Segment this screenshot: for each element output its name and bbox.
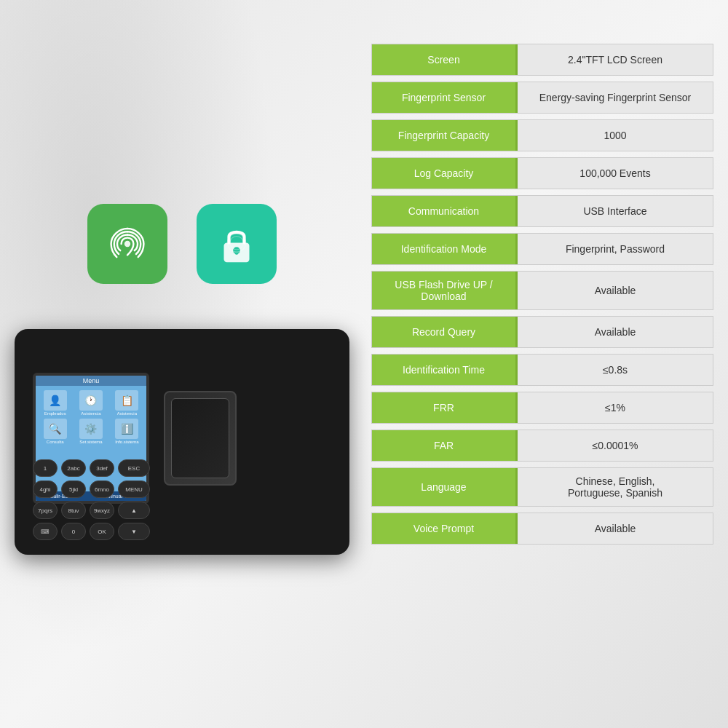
device: Menu 👤 Empleados 🕐 Asistencia 📋 Asistenc…	[15, 329, 349, 555]
spec-value: Available	[518, 513, 713, 544]
svg-rect-3	[235, 250, 238, 255]
spec-value: ≤1%	[518, 392, 713, 423]
key-8[interactable]: 8tuv	[61, 502, 86, 519]
spec-row: LanguageChinese, English,Portuguese, Spa…	[371, 467, 713, 507]
screen-icon: 👤	[44, 390, 67, 411]
key-up[interactable]: ▲	[118, 502, 150, 519]
spec-row: Fingerprint Capacity1000	[371, 119, 713, 151]
key-4[interactable]: 4ghi	[33, 480, 58, 498]
spec-label: FRR	[372, 392, 518, 423]
screen-icon-label: Set.sistema	[79, 440, 102, 444]
feature-icons-row	[87, 204, 277, 293]
screen-icons-grid: 👤 Empleados 🕐 Asistencia 📋 Asistencia 🔍 …	[36, 386, 146, 448]
spec-value: 100,000 Events	[518, 158, 713, 189]
screen-menu-bar: Menu	[36, 376, 146, 386]
screen-icon-label: Asistencia	[117, 411, 137, 416]
spec-label: Fingerprint Capacity	[372, 120, 518, 151]
key-0[interactable]: 0	[61, 523, 86, 540]
key-7[interactable]: 7pqrs	[33, 502, 58, 519]
screen-icon: 📋	[115, 390, 138, 411]
spec-label: Language	[372, 468, 518, 506]
screen-icon-item: 📋 Asistencia	[111, 390, 143, 416]
spec-value: Chinese, English,Portuguese, Spanish	[518, 468, 713, 506]
spec-value: USB Interface	[518, 196, 713, 226]
fingerprint-feature	[87, 204, 167, 293]
fingerprint-scanner	[164, 391, 237, 486]
spec-label: Record Query	[372, 317, 518, 347]
screen-icon: ⚙️	[79, 419, 103, 439]
spec-row: CommunicationUSB Interface	[371, 195, 713, 227]
lock-icon	[211, 218, 262, 269]
spec-label: Communication	[372, 196, 518, 226]
key-esc[interactable]: ESC	[118, 459, 150, 477]
spec-label: Screen	[372, 44, 518, 75]
spec-row: Identification Time≤0.8s	[371, 354, 713, 386]
key-1[interactable]: 1	[33, 459, 58, 477]
key-menu[interactable]: MENU	[118, 480, 150, 498]
spec-row: Screen2.4"TFT LCD Screen	[371, 44, 713, 76]
spec-value: Energy-saving Fingerprint Sensor	[518, 82, 713, 113]
spec-label: Identification Mode	[372, 234, 518, 264]
screen-icon-label: Asistencia	[81, 411, 100, 416]
spec-value: Available	[518, 272, 713, 309]
spec-row: FRR≤1%	[371, 392, 713, 424]
screen-icon-item: 🕐 Asistencia	[74, 390, 107, 416]
password-feature	[197, 204, 277, 293]
spec-label: Identification Time	[372, 355, 518, 385]
left-panel: Menu 👤 Empleados 🕐 Asistencia 📋 Asistenc…	[0, 0, 364, 728]
spec-value: Fingerprint, Password	[518, 234, 713, 264]
keypad-row-3: 7pqrs 8tuv 9wxyz ▲	[33, 502, 150, 519]
spec-label: USB Flash Drive UP / Download	[372, 272, 518, 309]
key-5[interactable]: 5jkl	[61, 480, 86, 498]
specs-panel: Screen2.4"TFT LCD ScreenFingerprint Sens…	[364, 0, 728, 728]
spec-label: Log Capacity	[372, 158, 518, 189]
spec-row: Log Capacity100,000 Events	[371, 157, 713, 189]
spec-row: Voice PromptAvailable	[371, 513, 713, 545]
screen-icon-item: 👤 Empleados	[39, 390, 71, 416]
screen-icon-item: ⚙️ Set.sistema	[74, 419, 107, 444]
fingerprint-icon-box	[87, 204, 167, 284]
key-6[interactable]: 6mno	[90, 480, 114, 498]
screen-icon-label: Info.sistema	[115, 440, 138, 444]
device-keypad: 1 2abc 3def ESC 4ghi 5jkl 6mno MENU 7pqr…	[33, 459, 150, 540]
password-icon-box	[197, 204, 277, 284]
spec-value: ≤0.0001%	[518, 430, 713, 461]
spec-label: Voice Prompt	[372, 513, 518, 544]
spec-value: ≤0.8s	[518, 355, 713, 385]
screen-icon: 🔍	[44, 419, 67, 439]
key-3[interactable]: 3def	[90, 459, 114, 477]
scanner-surface	[171, 398, 229, 478]
spec-label: Fingerprint Sensor	[372, 82, 518, 113]
keypad-row-4: ⌨ 0 OK ▼	[33, 523, 150, 540]
fingerprint-icon	[102, 218, 153, 269]
key-ok[interactable]: OK	[90, 523, 114, 540]
keypad-row-2: 4ghi 5jkl 6mno MENU	[33, 480, 150, 498]
screen-icon-label: Empleados	[44, 411, 66, 416]
spec-value: 1000	[518, 120, 713, 151]
main-content: Menu 👤 Empleados 🕐 Asistencia 📋 Asistenc…	[0, 0, 728, 728]
key-2[interactable]: 2abc	[61, 459, 86, 477]
spec-value: Available	[518, 317, 713, 347]
spec-row: Fingerprint SensorEnergy-saving Fingerpr…	[371, 82, 713, 114]
key-keyboard[interactable]: ⌨	[33, 523, 58, 540]
spec-row: USB Flash Drive UP / DownloadAvailable	[371, 271, 713, 310]
screen-icon: 🕐	[79, 390, 103, 411]
key-9[interactable]: 9wxyz	[90, 502, 114, 519]
spec-row: Identification ModeFingerprint, Password	[371, 233, 713, 265]
svg-point-0	[124, 241, 130, 247]
screen-icon-label: Consulta	[47, 440, 64, 444]
key-down[interactable]: ▼	[118, 523, 150, 540]
screen-icon: ℹ️	[115, 419, 138, 439]
spec-row: Record QueryAvailable	[371, 316, 713, 348]
spec-label: FAR	[372, 430, 518, 461]
spec-value: 2.4"TFT LCD Screen	[518, 44, 713, 75]
spec-row: FAR≤0.0001%	[371, 430, 713, 462]
screen-icon-item: 🔍 Consulta	[39, 419, 71, 444]
keypad-row-1: 1 2abc 3def ESC	[33, 459, 150, 477]
screen-icon-item: ℹ️ Info.sistema	[111, 419, 143, 444]
